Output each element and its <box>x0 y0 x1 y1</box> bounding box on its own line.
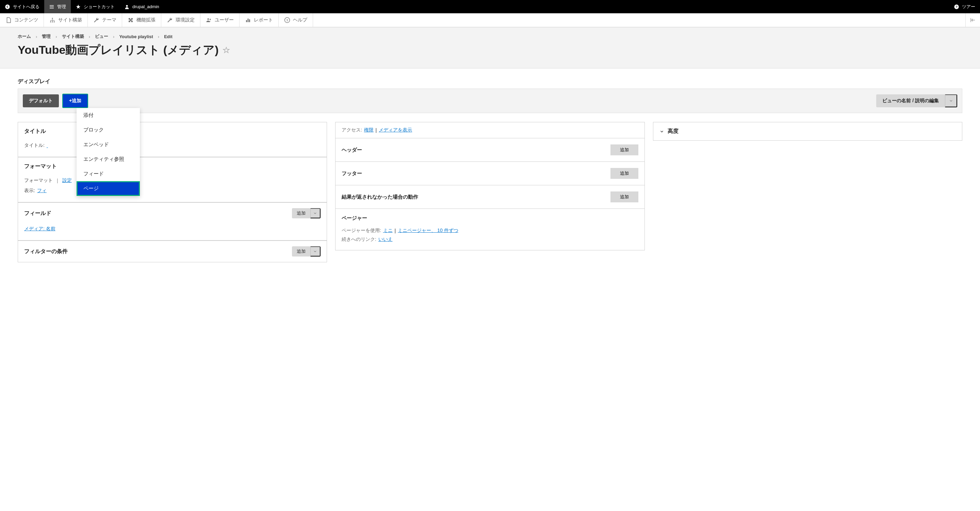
toolbar-admin: コンテンツ サイト構築 テーマ 機能拡張 環境設定 ユーザー レポート ? ヘル… <box>0 13 980 27</box>
dropdown-opt-feed[interactable]: フィード <box>76 166 140 181</box>
crumb-manage[interactable]: 管理 <box>42 34 51 40</box>
main: ディスプレイ デフォルト +追加 ビューの名前 / 説明の編集 添付 ブロック … <box>0 69 980 272</box>
page-title: YouTube動画プレイリスト (メディア) <box>18 42 962 58</box>
crumb-sep: › <box>89 34 90 39</box>
no-results-head: 結果が返されなかった場合の動作 <box>342 194 418 200</box>
panel-fields: フィールド 追加 メディア: 名前 <box>18 202 327 241</box>
access-media-link[interactable]: メディアを表示 <box>379 127 412 133</box>
pager-section: ページャー ページャーを使用: ミニ | ミニページャー、 10 件ずつ 続きへ… <box>336 209 645 250</box>
pager-head: ページャー <box>342 215 367 222</box>
title-label: タイトル: <box>24 142 45 149</box>
wrench2-icon <box>167 17 173 23</box>
edit-view-name-button[interactable]: ビューの名前 / 説明の編集 <box>876 94 945 107</box>
format-settings-link[interactable]: 設定 <box>62 177 72 184</box>
fields-add-button[interactable]: 追加 <box>292 208 310 218</box>
panel-fields-head: フィールド <box>24 210 51 217</box>
access-perm-link[interactable]: 権限 <box>364 127 374 133</box>
dropdown-opt-entity-ref[interactable]: エンティティ参照 <box>76 152 140 166</box>
crumb-structure[interactable]: サイト構築 <box>62 34 84 40</box>
admin-reports[interactable]: レポート <box>240 13 279 27</box>
back-icon <box>5 4 10 10</box>
svg-text:?: ? <box>956 5 958 8</box>
panel-title-head: タイトル <box>24 128 46 135</box>
admin-content[interactable]: コンテンツ <box>0 13 44 27</box>
chevron-down-icon <box>313 211 317 215</box>
title-value-link[interactable] <box>47 143 48 148</box>
more-value-link[interactable]: いいえ <box>379 236 393 243</box>
display-default-button[interactable]: デフォルト <box>23 94 59 107</box>
header-add-button[interactable]: 追加 <box>611 144 638 155</box>
fields-add-caret[interactable] <box>310 208 321 218</box>
admin-help-label: ヘルプ <box>293 17 307 23</box>
tour[interactable]: ? ツアー <box>949 0 980 13</box>
panel-title: タイトル タイトル: <box>18 122 327 157</box>
footer-section: フッター 追加 <box>336 162 645 185</box>
pipe: | <box>395 228 396 233</box>
pager-settings-link[interactable]: ミニページャー、 10 件ずつ <box>398 228 458 234</box>
crumb-view-name[interactable]: Youtube playlist <box>119 34 153 39</box>
pipe: | <box>375 128 377 133</box>
admin-config[interactable]: 環境設定 <box>161 13 200 27</box>
admin-people-label: ユーザー <box>215 17 234 23</box>
admin-config-label: 環境設定 <box>176 17 195 23</box>
admin-extend[interactable]: 機能拡張 <box>122 13 161 27</box>
crumb-sep: › <box>36 34 37 39</box>
advanced-label: 高度 <box>668 128 679 135</box>
crumb-views[interactable]: ビュー <box>95 34 108 40</box>
star-icon <box>76 4 81 10</box>
admin-content-label: コンテンツ <box>14 17 38 23</box>
show-value-link[interactable]: フィ <box>37 188 47 194</box>
collapse-icon <box>970 17 976 23</box>
dropdown-opt-attachment[interactable]: 添付 <box>76 108 140 123</box>
more-label: 続きへのリンク: <box>342 236 376 243</box>
crumb-sep: › <box>56 34 57 39</box>
footer-head: フッター <box>342 170 362 177</box>
columns: タイトル タイトル: フォーマット フォーマット | 設定 <box>18 122 962 262</box>
footer-add-button[interactable]: 追加 <box>611 168 638 179</box>
format-label: フォーマット <box>24 177 53 184</box>
panel-filters: フィルターの条件 追加 <box>18 241 327 262</box>
access-row: アクセス: 権限 | メディアを表示 <box>336 122 645 138</box>
user-icon <box>124 4 130 10</box>
shortcuts[interactable]: ショートカット <box>71 0 119 13</box>
page-icon <box>5 17 11 23</box>
pager-mini-link[interactable]: ミニ <box>383 228 393 234</box>
filters-add-caret[interactable] <box>310 246 321 257</box>
admin-help[interactable]: ? ヘルプ <box>279 13 313 27</box>
admin-extend-label: 機能拡張 <box>137 17 156 23</box>
advanced-toggle[interactable]: 高度 <box>653 122 962 141</box>
display-add-button[interactable]: +追加 <box>62 94 88 108</box>
puzzle-icon <box>127 17 134 23</box>
admin-people[interactable]: ユーザー <box>200 13 240 27</box>
panel-format: フォーマット フォーマット | 設定 表示: フィ <box>18 157 327 202</box>
crumb-home[interactable]: ホーム <box>18 34 31 40</box>
crumb-edit: Edit <box>164 34 172 39</box>
filters-add-button[interactable]: 追加 <box>292 246 310 257</box>
chart-icon <box>245 17 251 23</box>
crumb-sep: › <box>158 34 159 39</box>
manage-label: 管理 <box>57 4 66 10</box>
svg-rect-12 <box>249 19 250 22</box>
svg-point-6 <box>52 21 53 22</box>
back-to-site[interactable]: サイトへ戻る <box>0 0 44 13</box>
col-middle: アクセス: 権限 | メディアを表示 ヘッダー 追加 フッター 追加 結 <box>335 122 645 251</box>
user-menu[interactable]: drupal_admin <box>119 0 164 13</box>
header-region: ホーム › 管理 › サイト構築 › ビュー › Youtube playlis… <box>0 27 980 69</box>
admin-appearance[interactable]: テーマ <box>88 13 122 27</box>
edit-view-name-caret[interactable] <box>945 94 957 107</box>
dropdown-opt-embed[interactable]: エンベッド <box>76 137 140 152</box>
svg-point-8 <box>208 18 209 20</box>
dropdown-opt-block[interactable]: ブロック <box>76 123 140 137</box>
field-media-name[interactable]: メディア: 名前 <box>24 226 56 232</box>
no-results-add-button[interactable]: 追加 <box>611 192 638 202</box>
toolbar-collapse[interactable] <box>966 13 980 27</box>
svg-point-7 <box>54 21 55 22</box>
user-label: drupal_admin <box>132 4 159 9</box>
help2-icon: ? <box>284 17 290 23</box>
admin-structure[interactable]: サイト構築 <box>44 13 88 27</box>
manage-toggle[interactable]: 管理 <box>44 0 71 13</box>
dropdown-opt-page[interactable]: ページ <box>76 181 140 196</box>
svg-point-1 <box>126 5 127 6</box>
shortcuts-label: ショートカット <box>84 4 115 10</box>
star-outline-icon[interactable] <box>223 46 230 54</box>
